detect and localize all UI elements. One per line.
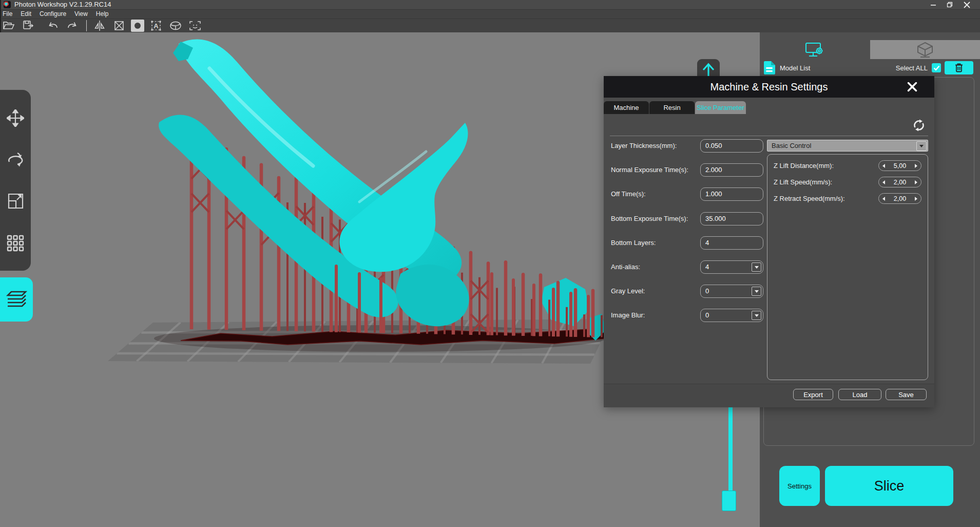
dropdown-button[interactable] xyxy=(916,141,927,151)
punch-hole-button[interactable] xyxy=(131,20,144,32)
layer-thickness-input[interactable]: 0.050 xyxy=(700,139,763,153)
move-icon xyxy=(7,109,24,127)
app-logo-icon xyxy=(4,1,11,8)
redo-button[interactable] xyxy=(65,19,80,32)
minimize-button[interactable] xyxy=(926,0,941,9)
delete-models-button[interactable] xyxy=(945,61,973,74)
spinner-left-icon[interactable] xyxy=(882,180,885,184)
z-lift-distance-spinner[interactable]: 5,00 xyxy=(878,160,921,171)
face-scan-icon xyxy=(188,20,202,32)
move-tool-button[interactable] xyxy=(6,109,25,127)
refresh-button[interactable] xyxy=(912,118,926,133)
window-title: Photon Workshop V2.1.29.RC14 xyxy=(14,1,111,9)
select-all-checkbox[interactable] xyxy=(932,63,941,72)
slice-view-tool-button[interactable] xyxy=(0,277,33,322)
off-time-input[interactable]: 1.000 xyxy=(700,187,763,201)
model-view-icon xyxy=(916,42,934,58)
dialog-close-button[interactable] xyxy=(906,81,919,93)
dropdown-button[interactable] xyxy=(752,311,761,320)
undo-button[interactable] xyxy=(45,19,61,32)
z-param-row: Z Lift Distance(mm): 5,00 xyxy=(774,160,921,172)
anti-alias-select[interactable]: 4 xyxy=(700,260,763,274)
rotate-icon xyxy=(7,151,24,168)
hollow-button[interactable] xyxy=(111,19,127,32)
slice-button[interactable]: Slice xyxy=(825,466,953,506)
field-label: Normal Exposure Time(s): xyxy=(611,163,688,177)
z-param-label: Z Lift Speed(mm/s): xyxy=(774,177,832,188)
field-label: Bottom Layers: xyxy=(611,236,656,250)
open-folder-button[interactable] xyxy=(1,19,16,32)
undo-icon xyxy=(47,20,59,32)
gray-level-value: 0 xyxy=(705,287,709,295)
dropdown-button[interactable] xyxy=(752,262,761,272)
chevron-down-icon xyxy=(755,290,759,293)
spinner-left-icon[interactable] xyxy=(882,197,885,201)
save-button[interactable]: Save xyxy=(886,389,927,400)
save-icon xyxy=(22,20,34,32)
gray-level-select[interactable]: 0 xyxy=(700,285,763,298)
dialog-header: Machine & Resin Settings xyxy=(604,76,934,98)
load-button[interactable]: Load xyxy=(838,389,881,400)
face-scan-button[interactable] xyxy=(187,19,203,32)
model-view-tab[interactable] xyxy=(870,40,980,59)
open-folder-icon xyxy=(3,20,15,32)
menu-edit[interactable]: Edit xyxy=(16,10,35,18)
bottom-layers-input[interactable]: 4 xyxy=(700,236,763,250)
rotate-tool-button[interactable] xyxy=(6,150,25,169)
restore-icon xyxy=(947,2,953,8)
cut-model-button[interactable] xyxy=(168,19,183,32)
text-button[interactable]: A xyxy=(148,19,164,32)
z-slider-handle[interactable] xyxy=(722,491,736,511)
settings-button[interactable]: Settings xyxy=(779,466,820,506)
hollow-icon xyxy=(113,20,125,32)
refresh-icon xyxy=(912,119,926,132)
anti-alias-value: 4 xyxy=(705,263,709,271)
chevron-down-icon xyxy=(755,314,759,317)
close-button[interactable] xyxy=(959,0,974,9)
restore-button[interactable] xyxy=(942,0,957,9)
spinner-right-icon[interactable] xyxy=(915,197,917,201)
menu-help[interactable]: Help xyxy=(92,10,113,18)
clone-tool-button[interactable] xyxy=(6,234,25,252)
model-list-label: Model List xyxy=(780,64,810,72)
dropdown-button[interactable] xyxy=(752,287,761,296)
menu-view[interactable]: View xyxy=(70,10,92,18)
export-button[interactable]: Export xyxy=(793,389,833,400)
tab-resin[interactable]: Resin xyxy=(649,101,695,114)
mirror-button[interactable] xyxy=(92,19,107,32)
z-parameters-group: Z Lift Distance(mm): 5,00 Z Lift Speed(m… xyxy=(767,154,928,380)
field-label: Anti-alias: xyxy=(611,260,640,274)
spinner-right-icon[interactable] xyxy=(915,164,917,168)
machine-settings-tab[interactable] xyxy=(760,40,870,59)
bottom-exposure-input[interactable]: 35.000 xyxy=(700,212,763,225)
menu-file[interactable]: File xyxy=(1,10,16,18)
spinner-right-icon[interactable] xyxy=(915,180,917,184)
save-button[interactable] xyxy=(21,19,36,32)
sidebar-tabs xyxy=(760,40,980,59)
tab-slice-parameter[interactable]: Slice Parameter xyxy=(695,101,746,114)
scale-tool-button[interactable] xyxy=(6,192,25,211)
close-icon xyxy=(907,82,917,92)
z-lift-speed-spinner[interactable]: 2,00 xyxy=(878,177,921,187)
normal-exposure-input[interactable]: 2.000 xyxy=(700,163,763,177)
scale-icon xyxy=(7,193,24,210)
image-blur-select[interactable]: 0 xyxy=(700,309,763,322)
spinner-left-icon[interactable] xyxy=(882,164,885,168)
titlebar: Photon Workshop V2.1.29.RC14 xyxy=(0,0,980,9)
field-label: Bottom Exposure Time(s): xyxy=(611,212,688,225)
control-mode-select[interactable]: Basic Control xyxy=(767,140,928,152)
z-param-label: Z Retract Speed(mm/s): xyxy=(774,193,845,204)
chevron-down-icon xyxy=(755,266,759,269)
tab-machine[interactable]: Machine xyxy=(604,101,649,114)
menu-configure[interactable]: Configure xyxy=(35,10,70,18)
redo-icon xyxy=(66,20,79,32)
field-label: Image Blur: xyxy=(611,309,645,322)
z-param-label: Z Lift Distance(mm): xyxy=(774,160,834,172)
control-mode-value: Basic Control xyxy=(772,142,811,149)
machine-resin-settings-dialog: Machine & Resin Settings Machine Resin S… xyxy=(604,76,934,407)
chevron-down-icon xyxy=(919,145,924,147)
z-retract-speed-spinner[interactable]: 2,00 xyxy=(878,193,921,204)
slice-layers-icon xyxy=(5,289,28,310)
z-slider-track[interactable] xyxy=(728,407,733,492)
minimize-icon xyxy=(930,2,936,8)
